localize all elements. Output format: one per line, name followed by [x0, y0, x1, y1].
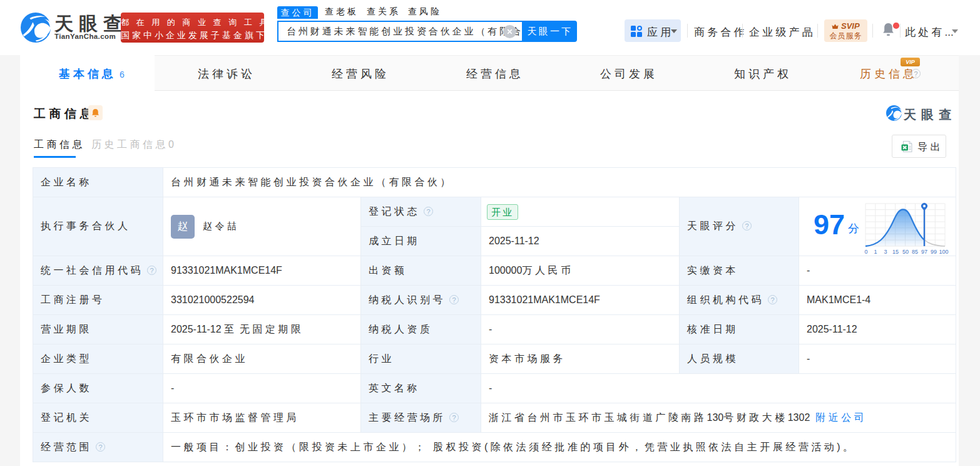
svg-text:99: 99 [931, 249, 937, 255]
svg-text:85: 85 [912, 249, 918, 255]
svg-text:15: 15 [892, 249, 899, 255]
svg-text:50: 50 [902, 249, 909, 255]
svg-text:97: 97 [921, 249, 927, 255]
svg-text:3: 3 [884, 249, 887, 255]
svg-text:100: 100 [939, 249, 948, 255]
svg-text:1: 1 [874, 249, 877, 255]
svg-text:0: 0 [864, 249, 867, 255]
